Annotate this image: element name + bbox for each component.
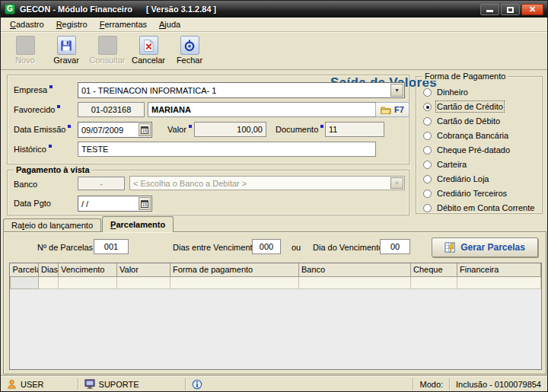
close-icon: ✕ <box>529 5 536 14</box>
menu-registro[interactable]: Registro <box>50 18 94 30</box>
ou-label: ou <box>292 243 301 252</box>
forma-pagamento-title: Forma de Pagamento <box>422 72 508 81</box>
radio-cobranca-bancaria[interactable]: Cobrança Bancária <box>423 130 508 141</box>
data-pgto-field[interactable]: / / 15 <box>78 196 152 212</box>
user-name: USER <box>21 380 44 389</box>
status-info[interactable] <box>189 379 206 390</box>
fechar-button[interactable]: Fechar <box>170 36 209 68</box>
separator <box>78 378 78 390</box>
folder-icon <box>381 106 391 114</box>
calendar-button[interactable]: 15 <box>139 123 151 136</box>
data-pgto-label: Data Pgto <box>14 199 51 208</box>
historico-field[interactable]: TESTE <box>78 142 376 157</box>
menu-ajuda[interactable]: Ajuda <box>153 18 186 30</box>
col-dias: Dias <box>39 263 59 276</box>
radio-icon <box>423 117 432 126</box>
grid-empty-row[interactable] <box>11 276 541 288</box>
col-vencimento: Vencimento <box>59 263 117 276</box>
radio-icon <box>423 146 432 155</box>
col-parcela: Parcela <box>11 263 39 276</box>
radio-cartao-debito[interactable]: Cartão de Débito <box>423 116 500 126</box>
gravar-button[interactable]: Gravar <box>46 36 86 68</box>
favorecido-name-field[interactable]: MARIANA <box>148 102 376 117</box>
num-parcelas-field[interactable]: 001 <box>94 239 129 254</box>
radio-label: Cobrança Bancária <box>437 131 508 140</box>
col-cheque: Cheque <box>411 263 457 276</box>
radio-icon <box>423 132 432 140</box>
dias-entre-vencimentos-field[interactable]: 000 <box>252 239 281 254</box>
required-marker <box>68 125 71 128</box>
menu-bar: Cadastro Registro Ferramentas Ajuda <box>1 18 547 32</box>
gravar-label: Gravar <box>46 56 86 65</box>
radio-label: Débito em Conta Corrente <box>437 203 534 212</box>
radio-carteira[interactable]: Carteira <box>423 159 467 170</box>
fechar-label: Fechar <box>170 56 209 65</box>
radio-icon <box>423 175 432 183</box>
radio-cartao-credito[interactable]: Cartão de Crédito <box>423 101 503 112</box>
parcelas-grid[interactable]: Parcela Dias Vencimento Valor Forma de p… <box>9 263 542 370</box>
status-user: USER <box>4 379 47 389</box>
required-marker <box>189 125 192 128</box>
radio-dinheiro[interactable]: Dinheiro <box>423 87 468 97</box>
radio-crediario-terceiros[interactable]: Crediário Terceiros <box>423 188 507 199</box>
status-bar: USER SUPORTE Modo: Inclusã <box>1 376 547 391</box>
menu-cadastro[interactable]: Cadastro <box>4 18 50 30</box>
favorecido-code-field[interactable]: 01-023168 <box>78 102 145 117</box>
grid-header-row: Parcela Dias Vencimento Valor Forma de p… <box>11 263 541 276</box>
empresa-value: 01 - TREINACON INFORMATICA- 1 <box>78 86 390 95</box>
search-icon <box>98 36 117 55</box>
cancelar-button[interactable]: Cancelar <box>129 36 168 68</box>
tab-parcelamento[interactable]: Parcelamento <box>102 216 174 232</box>
radio-label: Crediário Terceiros <box>437 189 507 198</box>
radio-icon <box>423 161 432 169</box>
chevron-down-icon: ▼ <box>390 177 403 189</box>
maximize-icon <box>507 7 514 13</box>
save-icon <box>57 36 76 55</box>
radio-label: Cartão de Débito <box>437 116 500 126</box>
radio-icon <box>423 88 432 97</box>
chevron-down-icon[interactable]: ▼ <box>390 84 403 97</box>
minimize-button[interactable] <box>480 4 499 15</box>
calendar-icon: 15 <box>141 200 148 208</box>
radio-crediario-loja[interactable]: Crediário Loja <box>423 174 489 184</box>
radio-debito-conta-corrente[interactable]: Débito em Conta Corrente <box>423 202 534 213</box>
empresa-combobox[interactable]: 01 - TREINACON INFORMATICA- 1 ▼ <box>78 82 405 98</box>
window-version: [ Versão 3.1.2.84 ] <box>146 5 216 14</box>
novo-label: Novo <box>5 56 45 65</box>
cancelar-label: Cancelar <box>129 56 168 65</box>
pagamento-vista-group: Pagamento à vista Banco - < Escolha o Ba… <box>7 170 409 215</box>
tab-rateio-lancamento[interactable]: Rateio do lançamento <box>3 218 101 232</box>
banco-label: Banco <box>14 180 37 189</box>
radio-icon <box>423 204 432 212</box>
col-valor: Valor <box>117 263 170 276</box>
main-form-panel: Empresa 01 - TREINACON INFORMATICA- 1 ▼ … <box>7 75 409 164</box>
dias-entre-vencimentos-label: Dias entre Vencimentos <box>173 243 261 252</box>
dia-vencimento-field[interactable]: 00 <box>380 239 410 254</box>
radio-cheque-predatado[interactable]: Cheque Pré-datado <box>423 145 510 155</box>
radio-selected-icon <box>423 103 432 111</box>
cancel-icon <box>139 36 158 55</box>
documento-field[interactable]: 11 <box>325 122 384 137</box>
user-icon <box>7 379 17 389</box>
separator <box>413 378 413 390</box>
maximize-button[interactable] <box>501 4 520 15</box>
radio-icon <box>423 190 432 198</box>
close-button[interactable]: ✕ <box>521 4 543 15</box>
data-emissao-field[interactable]: 09/07/2009 15 <box>78 122 152 138</box>
status-modo-label: Modo: <box>416 380 446 389</box>
favorecido-search-button[interactable]: F7 <box>375 102 409 117</box>
banco-placeholder: < Escolha o Banco a Debitar > <box>130 179 390 188</box>
valor-field[interactable]: 100,00 <box>194 122 266 137</box>
window-title: GECON - Módulo Financeiro <box>20 5 132 14</box>
radio-label: Carteira <box>437 160 467 169</box>
dia-vencimento-label: Dia do Vencimento <box>313 243 383 252</box>
app-icon: G <box>5 4 15 14</box>
gerar-parcelas-button[interactable]: Gerar Parcelas <box>432 237 538 257</box>
favorecido-label: Favorecido <box>14 105 60 114</box>
radio-label: Cartão de Crédito <box>437 102 503 111</box>
menu-ferramentas[interactable]: Ferramentas <box>94 18 153 30</box>
calendar-button[interactable]: 15 <box>139 197 151 210</box>
required-marker <box>320 125 323 128</box>
monitor-icon <box>84 379 95 389</box>
new-icon <box>16 36 35 55</box>
